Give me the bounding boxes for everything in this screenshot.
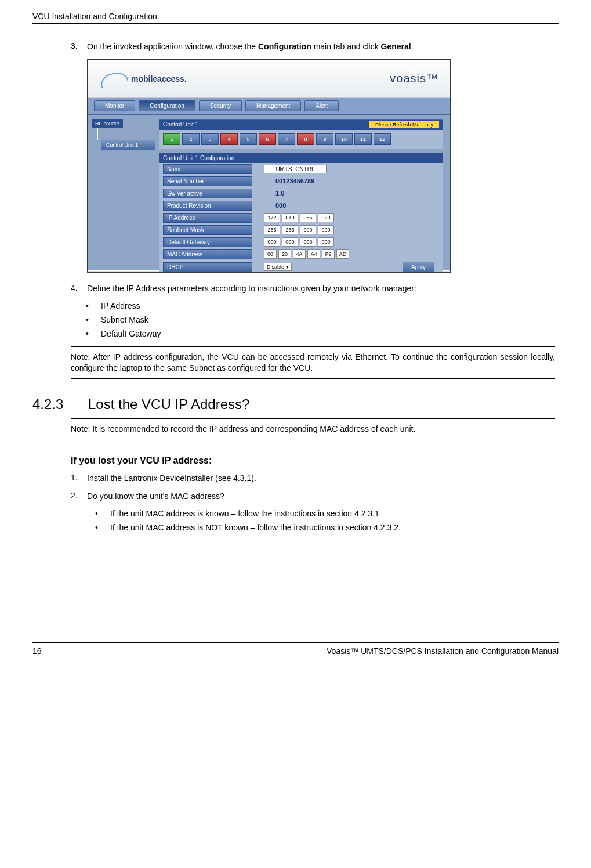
label-subnet: Subbnet Mask: [163, 225, 252, 235]
section-title: Lost the VCU IP Address?: [88, 396, 249, 413]
mac-field[interactable]: 00 20 4A A4 F9 AD: [264, 249, 349, 259]
logo-text: mobileaccess.: [131, 74, 187, 84]
chip-6[interactable]: 6: [259, 133, 276, 145]
panel1-title: Control Unit 1: [163, 121, 198, 128]
mac-1[interactable]: 00: [264, 249, 277, 259]
mac-4[interactable]: A4: [307, 249, 320, 259]
chip-3[interactable]: 3: [201, 133, 219, 145]
bullet-icon: •: [86, 315, 101, 324]
mac-6[interactable]: AD: [336, 249, 349, 259]
txt: On the invoked application window, choos…: [87, 42, 258, 51]
tree-connector: [97, 128, 155, 140]
tab-alert[interactable]: Alert: [304, 100, 339, 111]
lost-step-2-number: 2.: [71, 491, 87, 502]
gw-octet-3[interactable]: 000: [300, 237, 316, 247]
ip-address-field[interactable]: 172 019 055 020: [264, 213, 334, 222]
bullet-gateway: Default Gateway: [101, 329, 161, 338]
page-number: 16: [32, 646, 42, 656]
value-swver: 1.0: [275, 190, 284, 197]
tab-security[interactable]: Security: [199, 100, 242, 111]
lost-step-1-text: Install the Lantronix DeviceInstaller (s…: [87, 473, 555, 484]
main-tabs: Monitor Configuration Security Managemen…: [88, 98, 450, 115]
mac-3[interactable]: 4A: [293, 249, 306, 259]
gw-octet-1[interactable]: 000: [264, 237, 280, 247]
panel-control-unit: Control Unit 1 Please Refresh Manually 1…: [159, 119, 443, 149]
chip-11[interactable]: 11: [354, 133, 372, 145]
step-3-text: On the invoked application window, choos…: [87, 41, 555, 52]
bullet-icon: •: [86, 329, 101, 338]
dhcp-select[interactable]: Disable ▾: [264, 263, 292, 271]
ip-octet-1[interactable]: 172: [264, 213, 280, 222]
sm-octet-2[interactable]: 255: [282, 225, 298, 234]
dhcp-value: Disable: [267, 264, 284, 270]
sm-octet-4[interactable]: 000: [318, 225, 334, 234]
chip-4[interactable]: 4: [220, 133, 238, 145]
gateway-field[interactable]: 000 000 000 000: [264, 237, 334, 247]
label-serial: Serial Number: [163, 176, 252, 186]
manual-title: Voasis™ UMTS/DCS/PCS Installation and Co…: [327, 646, 559, 656]
label-ip: IP Address: [163, 213, 252, 223]
sidebar: RF source Control Unit 1: [88, 115, 159, 270]
logo-mobileaccess: mobileaccess.: [100, 73, 187, 85]
chip-2[interactable]: 2: [182, 133, 200, 145]
label-mac: MAC Address: [163, 249, 252, 259]
step-4: 4. Define the IP Address parameters acco…: [71, 283, 555, 294]
sidebar-control-unit-1[interactable]: Control Unit 1: [101, 140, 155, 150]
note-record-ip: Note: It is recommended to record the IP…: [71, 418, 555, 440]
bullet-icon: •: [95, 509, 110, 518]
apply-button[interactable]: Apply: [403, 262, 434, 273]
panel2-title: Control Unit 1 Configuration: [163, 155, 234, 161]
ip-octet-4[interactable]: 020: [318, 213, 334, 222]
txt: main tab and click: [311, 42, 381, 51]
lost-step-1-number: 1.: [71, 473, 87, 484]
tab-management[interactable]: Management: [245, 100, 301, 111]
mac-5[interactable]: F9: [322, 249, 335, 259]
logo-voasis: voasis™: [390, 72, 438, 85]
bullet-subnet: Subnet Mask: [101, 315, 148, 324]
chip-10[interactable]: 10: [335, 133, 353, 145]
chip-8[interactable]: 8: [297, 133, 314, 145]
refresh-banner: Please Refresh Manually: [369, 121, 439, 128]
port-chips: 1 2 3 4 5 6 7 8 9 10 11 12: [159, 130, 443, 149]
app-screenshot: mobileaccess. voasis™ Monitor Configurat…: [87, 59, 451, 273]
label-prodrev: Product Revision: [163, 201, 252, 211]
chip-7[interactable]: 7: [278, 133, 295, 145]
sub-heading: If you lost your VCU IP address:: [71, 455, 555, 466]
tab-configuration[interactable]: Configuration: [139, 100, 195, 111]
gw-octet-4[interactable]: 000: [318, 237, 334, 247]
chip-5[interactable]: 5: [240, 133, 257, 145]
lost-step-2: 2. Do you know the unit's MAC address?: [71, 491, 555, 502]
label-swver: Sw Ver active: [163, 189, 252, 198]
tab-monitor[interactable]: Monitor: [94, 100, 135, 111]
bold-configuration: Configuration: [258, 42, 311, 51]
lost-step-1: 1. Install the Lantronix DeviceInstaller…: [71, 473, 555, 484]
label-dhcp: DHCP: [163, 262, 252, 272]
lost-step-2-text: Do you know the unit's MAC address?: [87, 491, 555, 502]
ip-octet-2[interactable]: 019: [282, 213, 298, 222]
bold-general: General: [381, 42, 411, 51]
chip-12[interactable]: 12: [374, 133, 391, 145]
app-header: mobileaccess. voasis™: [88, 60, 450, 98]
panel-configuration: Control Unit 1 Configuration NameUMTS_CN…: [159, 153, 443, 273]
value-serial: 00123456789: [275, 178, 314, 185]
bullet-icon: •: [86, 301, 101, 310]
chip-1[interactable]: 1: [163, 133, 180, 145]
step-3-number: 3.: [71, 41, 87, 52]
sm-octet-1[interactable]: 255: [264, 225, 280, 234]
bullet-mac-unknown: If the unit MAC address is NOT known – f…: [110, 523, 401, 532]
mac-2[interactable]: 20: [278, 249, 291, 259]
ip-octet-3[interactable]: 055: [300, 213, 316, 222]
subnet-field[interactable]: 255 255 000 000: [264, 225, 334, 234]
running-header: VCU Installation and Configuration: [32, 12, 559, 24]
swoosh-icon: [99, 70, 128, 88]
gw-octet-2[interactable]: 000: [282, 237, 298, 247]
section-number: 4.2.3: [32, 396, 88, 413]
rf-source-label: RF source: [92, 119, 123, 128]
value-name[interactable]: UMTS_CNTRL: [264, 165, 327, 173]
sm-octet-3[interactable]: 000: [300, 225, 316, 234]
note-ip-config: Note: After IP address configuration, th…: [71, 346, 555, 379]
step-4-text: Define the IP Address parameters accordi…: [87, 283, 555, 294]
bullet-mac-known: If the unit MAC address is known – follo…: [110, 509, 382, 518]
bullet-icon: •: [95, 523, 110, 532]
chip-9[interactable]: 9: [316, 133, 333, 145]
